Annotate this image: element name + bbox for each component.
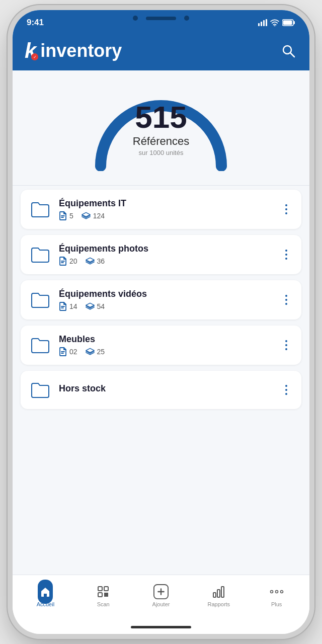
nav-label-ajouter: Ajouter [152, 601, 170, 607]
folder-icon [29, 288, 52, 311]
status-icons [258, 19, 295, 26]
category-info: Hors stock [59, 383, 272, 396]
category-info: Meubles 02 [59, 334, 272, 356]
nav-item-accueil[interactable]: Accueil [17, 584, 74, 607]
home-nav-icon [38, 584, 53, 599]
stat-files: 14 [59, 302, 77, 311]
svg-rect-7 [283, 21, 292, 25]
svg-rect-20 [98, 593, 102, 597]
app-logo: k inventory [25, 40, 122, 61]
category-name: Équipements vidéos [59, 289, 272, 299]
home-icon [40, 586, 51, 597]
add-icon [153, 584, 169, 600]
scan-icon [96, 585, 110, 599]
layers-icon [82, 212, 91, 220]
gauge-label: Références [133, 135, 190, 148]
nav-label-scan: Scan [97, 601, 110, 607]
status-time: 9:41 [27, 18, 44, 28]
svg-point-32 [275, 590, 278, 593]
gauge-section: 515 Références sur 1000 unités [13, 70, 309, 186]
svg-rect-0 [258, 23, 260, 26]
battery-icon [282, 19, 295, 26]
svg-rect-2 [263, 20, 265, 26]
svg-rect-3 [266, 19, 267, 26]
stat-layers: 54 [86, 302, 105, 310]
nav-item-ajouter[interactable]: Ajouter [132, 584, 190, 607]
layers-icon [86, 348, 95, 356]
folder-icon [29, 198, 52, 221]
nav-label-accueil: Accueil [37, 601, 54, 607]
more-options-button[interactable] [279, 295, 293, 305]
svg-rect-19 [104, 587, 108, 591]
svg-rect-28 [213, 593, 216, 597]
nav-item-plus[interactable]: Plus [248, 584, 305, 607]
stat-files: 02 [59, 347, 77, 356]
stat-layers: 36 [86, 257, 105, 265]
folder-icon [29, 243, 52, 266]
stat-layers: 124 [82, 212, 105, 220]
category-list: Équipements IT 5 [13, 186, 309, 575]
more-options-button[interactable] [279, 385, 293, 395]
svg-rect-18 [98, 587, 102, 591]
gauge-value: 515 [133, 102, 190, 133]
add-nav-icon [153, 584, 169, 599]
nav-label-rapports: Rapports [207, 601, 230, 607]
bar-chart-icon [212, 585, 226, 599]
layers-icon [86, 302, 95, 310]
file-icon [59, 257, 67, 266]
category-name: Équipements IT [59, 198, 272, 209]
list-item[interactable]: Équipements vidéos 14 [21, 280, 301, 319]
search-icon [281, 43, 296, 58]
folder-icon [29, 378, 52, 401]
layers-icon [86, 257, 95, 265]
svg-rect-29 [217, 590, 220, 597]
more-nav-icon [269, 584, 284, 599]
svg-rect-6 [294, 21, 295, 24]
svg-rect-22 [107, 593, 108, 594]
stat-files: 5 [59, 211, 73, 220]
bottom-navigation: Accueil Scan [13, 575, 309, 620]
stat-files: 20 [59, 257, 77, 266]
app-header: k inventory [13, 35, 309, 70]
svg-point-33 [280, 590, 283, 593]
stat-layers: 25 [86, 348, 105, 356]
category-name: Meubles [59, 334, 272, 345]
category-name: Hors stock [59, 383, 272, 394]
more-options-button[interactable] [279, 340, 293, 350]
file-icon [59, 302, 67, 311]
logo-checkmark [31, 53, 38, 60]
category-info: Équipements photos 20 [59, 244, 272, 266]
nav-item-rapports[interactable]: Rapports [190, 584, 248, 607]
list-item[interactable]: Meubles 02 [21, 326, 301, 365]
svg-point-4 [274, 25, 276, 26]
notch [121, 10, 201, 26]
list-item[interactable]: Équipements IT 5 [21, 190, 301, 229]
list-item[interactable]: Hors stock [21, 371, 301, 409]
folder-icon [29, 334, 52, 357]
category-stats: 5 124 [59, 211, 272, 220]
signal-icon [258, 19, 267, 26]
more-options-button[interactable] [279, 204, 293, 214]
reports-nav-icon [211, 584, 226, 599]
gauge-center: 515 Références sur 1000 unités [133, 102, 190, 156]
svg-rect-30 [221, 587, 224, 597]
search-button[interactable] [279, 42, 297, 60]
more-options-button[interactable] [279, 250, 293, 260]
file-icon [59, 211, 67, 220]
list-item[interactable]: Équipements photos 20 [21, 235, 301, 274]
category-stats: 14 54 [59, 302, 272, 311]
wifi-icon [270, 19, 279, 26]
category-stats: 02 25 [59, 347, 272, 356]
scan-nav-icon [96, 584, 111, 599]
svg-rect-1 [261, 22, 262, 26]
svg-rect-21 [105, 593, 106, 594]
status-bar: 9:41 [13, 10, 309, 35]
category-info: Équipements IT 5 [59, 198, 272, 220]
gauge-container: 515 Références sur 1000 unités [86, 80, 236, 171]
more-icon [270, 588, 284, 596]
nav-item-scan[interactable]: Scan [74, 584, 132, 607]
svg-line-9 [290, 53, 294, 57]
home-indicator [13, 620, 309, 634]
home-bar [131, 626, 191, 628]
svg-rect-24 [107, 595, 108, 596]
